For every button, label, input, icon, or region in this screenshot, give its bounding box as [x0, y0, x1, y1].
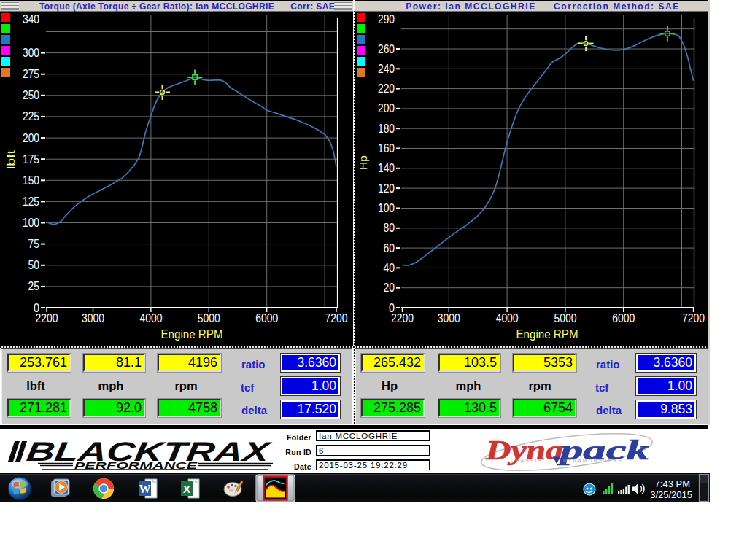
svg-text:100: 100: [378, 201, 395, 215]
svg-text:150: 150: [23, 174, 39, 187]
svg-text:200: 200: [23, 131, 39, 145]
svg-text:7200: 7200: [682, 311, 705, 325]
svg-text:Engine RPM: Engine RPM: [516, 328, 578, 341]
svg-text:220: 220: [378, 82, 395, 96]
svg-text:225: 225: [23, 109, 39, 123]
svg-text:25: 25: [28, 279, 40, 293]
svg-text:X: X: [183, 483, 190, 495]
svg-text:3000: 3000: [438, 311, 460, 325]
svg-text:340: 340: [23, 12, 39, 26]
svg-text:6000: 6000: [255, 311, 278, 325]
svg-text:100: 100: [23, 216, 39, 230]
svg-text:4000: 4000: [496, 311, 519, 325]
svg-text:240: 240: [378, 62, 395, 76]
svg-text:250: 250: [23, 88, 39, 102]
svg-text:CHASSIS: CHASSIS: [511, 458, 543, 463]
svg-text:6000: 6000: [612, 311, 635, 325]
svg-text:3/25/2015: 3/25/2015: [650, 489, 692, 500]
svg-text:7200: 7200: [325, 311, 348, 325]
svg-text:75: 75: [28, 237, 40, 251]
svg-text:140: 140: [378, 161, 395, 175]
svg-text:300: 300: [23, 46, 39, 60]
svg-text:W: W: [139, 483, 151, 495]
svg-text:20: 20: [384, 281, 395, 295]
svg-text:290: 290: [378, 12, 395, 26]
svg-text:80: 80: [384, 221, 395, 235]
svg-text:7:43 PM: 7:43 PM: [655, 478, 690, 489]
svg-text:2200: 2200: [36, 311, 58, 325]
svg-text:4000: 4000: [139, 311, 162, 325]
svg-text:3000: 3000: [82, 311, 104, 325]
svg-text:Engine RPM: Engine RPM: [161, 328, 223, 341]
svg-text:160: 160: [378, 141, 395, 155]
svg-text:2200: 2200: [391, 311, 414, 325]
svg-text:Hp: Hp: [357, 155, 369, 170]
svg-text:260: 260: [378, 42, 395, 56]
svg-text:175: 175: [23, 152, 39, 166]
svg-text:PERFORMANCE: PERFORMANCE: [74, 460, 198, 471]
svg-text:40: 40: [384, 261, 395, 275]
svg-text:lbft: lbft: [4, 149, 17, 169]
svg-text:180: 180: [378, 122, 395, 136]
svg-text:275: 275: [23, 67, 39, 81]
svg-text:50: 50: [28, 258, 40, 272]
svg-text:125: 125: [23, 195, 39, 209]
svg-text:5000: 5000: [554, 311, 576, 325]
svg-text:120: 120: [378, 182, 395, 195]
svg-text:200: 200: [378, 101, 395, 115]
svg-text:5000: 5000: [198, 311, 220, 325]
svg-text:60: 60: [384, 241, 395, 255]
svg-text:DYNAMOMETERS: DYNAMOMETERS: [563, 458, 623, 463]
